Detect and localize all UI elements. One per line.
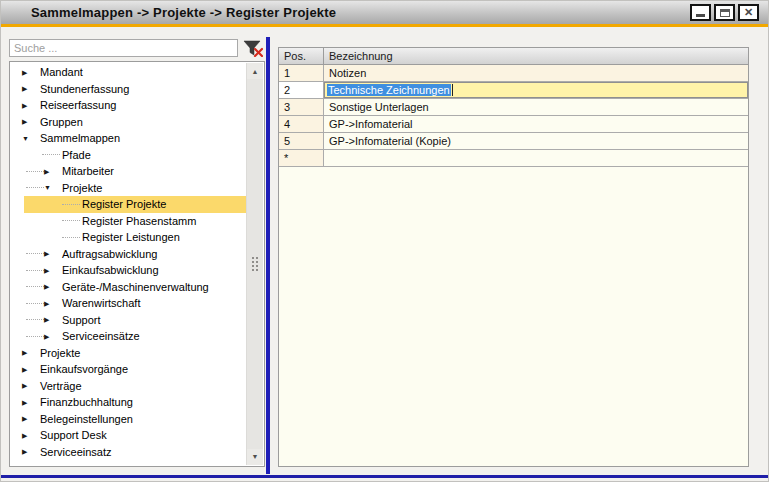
table-row[interactable]: 5GP->Infomaterial (Kopie) xyxy=(279,133,748,150)
tree-item-register-phasenstamm[interactable]: Register Phasenstamm xyxy=(10,213,247,230)
chevron-right-icon[interactable]: ▶ xyxy=(22,366,38,373)
panel-splitter[interactable] xyxy=(266,37,270,474)
tree-item-label: Reiseerfassung xyxy=(38,99,116,111)
chevron-right-icon[interactable]: ▶ xyxy=(22,382,38,389)
tree-item-belegeinstellungen[interactable]: ▶Belegeinstellungen xyxy=(10,411,247,428)
chevron-right-icon[interactable]: ▶ xyxy=(44,283,60,290)
tree-item-support[interactable]: ▶Support xyxy=(10,312,247,329)
chevron-right-icon[interactable]: ▶ xyxy=(44,168,60,175)
chevron-right-icon[interactable]: ▶ xyxy=(44,300,60,307)
chevron-right-icon[interactable]: ▶ xyxy=(22,69,38,76)
maximize-icon xyxy=(720,9,730,17)
tree-item-finanzbuchhaltung[interactable]: ▶Finanzbuchhaltung xyxy=(10,394,247,411)
cell-pos[interactable]: 3 xyxy=(279,99,324,115)
chevron-right-icon[interactable]: ▶ xyxy=(44,333,60,340)
table-row[interactable]: 2Technische Zeichnungen xyxy=(279,82,748,99)
tree-item-label: Finanzbuchhaltung xyxy=(38,396,133,408)
chevron-right-icon[interactable]: ▶ xyxy=(22,349,38,356)
table-row[interactable]: 1Notizen xyxy=(279,65,748,82)
funnel-filter-icon xyxy=(243,40,263,57)
chevron-right-icon[interactable]: ▶ xyxy=(44,250,60,257)
tree-item-label: Register Leistungen xyxy=(80,231,180,243)
clear-filter-button[interactable] xyxy=(243,40,263,57)
close-button[interactable]: ✕ xyxy=(738,4,759,21)
cell-bezeichnung[interactable]: Notizen xyxy=(324,65,748,81)
tree-item-reiseerfassung[interactable]: ▶Reiseerfassung xyxy=(10,97,247,114)
tree-connector xyxy=(62,237,80,238)
column-header-bezeichnung[interactable]: Bezeichnung xyxy=(324,48,748,64)
selected-text: Technische Zeichnungen xyxy=(327,84,451,96)
chevron-right-icon[interactable]: ▶ xyxy=(22,448,38,455)
chevron-right-icon[interactable]: ▶ xyxy=(22,399,38,406)
tree-item-label: Einkaufsvorgänge xyxy=(38,363,128,375)
tree-item-auftragsabwicklung[interactable]: ▶Auftragsabwicklung xyxy=(10,246,247,263)
table-row[interactable]: 3Sonstige Unterlagen xyxy=(279,99,748,116)
tree-connector xyxy=(26,187,44,188)
scrollbar-grip-icon xyxy=(251,256,259,272)
tree-item-register-leistungen[interactable]: Register Leistungen xyxy=(10,229,247,246)
cell-bezeichnung-edit[interactable]: Technische Zeichnungen xyxy=(324,82,748,98)
tree-item-label: Register Projekte xyxy=(80,198,166,210)
table-row[interactable]: * xyxy=(279,150,748,167)
chevron-right-icon[interactable]: ▶ xyxy=(22,118,38,125)
tree-item-gruppen[interactable]: ▶Gruppen xyxy=(10,114,247,131)
tree-item-stundenerfassung[interactable]: ▶Stundenerfassung xyxy=(10,81,247,98)
cell-pos[interactable]: 1 xyxy=(279,65,324,81)
minimize-button[interactable] xyxy=(690,4,711,21)
tree-item-projekte[interactable]: ▼Projekte xyxy=(10,180,247,197)
tree-item-label: Pfade xyxy=(60,149,91,161)
chevron-down-icon[interactable]: ▼ xyxy=(44,184,60,191)
chevron-right-icon[interactable]: ▶ xyxy=(22,102,38,109)
chevron-right-icon[interactable]: ▶ xyxy=(22,85,38,92)
scroll-down-button[interactable]: ▼ xyxy=(247,449,263,464)
cell-bezeichnung[interactable] xyxy=(324,150,748,166)
tree-item-projekte[interactable]: ▶Projekte xyxy=(10,345,247,362)
tree-item-label: Mitarbeiter xyxy=(60,165,114,177)
tree-scrollbar[interactable]: ▲ ▼ xyxy=(246,63,263,465)
cell-pos[interactable]: * xyxy=(279,150,324,166)
tree-item-einkaufsvorg-nge[interactable]: ▶Einkaufsvorgänge xyxy=(10,361,247,378)
maximize-button[interactable] xyxy=(714,4,735,21)
tree-item-label: Einkaufsabwicklung xyxy=(60,264,159,276)
tree-item-support-desk[interactable]: ▶Support Desk xyxy=(10,427,247,444)
tree-connector xyxy=(26,303,44,304)
tree-item-sammelmappen[interactable]: ▼Sammelmappen xyxy=(10,130,247,147)
chevron-right-icon[interactable]: ▶ xyxy=(22,432,38,439)
chevron-down-icon[interactable]: ▼ xyxy=(22,135,38,142)
tree-item-einkaufsabwicklung[interactable]: ▶Einkaufsabwicklung xyxy=(10,262,247,279)
tree-item-warenwirtschaft[interactable]: ▶Warenwirtschaft xyxy=(10,295,247,312)
app-window: Sammelmappen -> Projekte -> Register Pro… xyxy=(0,0,769,482)
cell-pos[interactable]: 2 xyxy=(279,82,324,98)
cell-pos[interactable]: 4 xyxy=(279,116,324,132)
chevron-right-icon[interactable]: ▶ xyxy=(44,316,60,323)
tree-item-mitarbeiter[interactable]: ▶Mitarbeiter xyxy=(10,163,247,180)
tree-item-label: Register Phasenstamm xyxy=(80,215,196,227)
chevron-right-icon[interactable]: ▶ xyxy=(22,415,38,422)
tree-item-label: Support Desk xyxy=(38,429,107,441)
tree-item-mandant[interactable]: ▶Mandant xyxy=(10,64,247,81)
tree-item-register-projekte[interactable]: Register Projekte xyxy=(10,196,247,213)
tree-item-vertr-ge[interactable]: ▶Verträge xyxy=(10,378,247,395)
table-header: Pos. Bezeichnung xyxy=(279,48,748,65)
tree-connector xyxy=(62,220,80,221)
column-header-pos[interactable]: Pos. xyxy=(279,48,324,64)
tree-connector xyxy=(26,286,44,287)
arrow-up-icon: ▲ xyxy=(252,68,259,75)
table-row[interactable]: 4GP->Infomaterial xyxy=(279,116,748,133)
tree-connector xyxy=(26,336,44,337)
tree-connector xyxy=(26,319,44,320)
scrollbar-thumb[interactable] xyxy=(247,79,263,449)
tree-connector xyxy=(62,204,80,205)
chevron-right-icon[interactable]: ▶ xyxy=(44,267,60,274)
tree-item-pfade[interactable]: Pfade xyxy=(10,147,247,164)
cell-bezeichnung[interactable]: Sonstige Unterlagen xyxy=(324,99,748,115)
tree-item-label: Verträge xyxy=(38,380,82,392)
cell-pos[interactable]: 5 xyxy=(279,133,324,149)
tree-item-serviceeinsatz[interactable]: ▶Serviceeinsatz xyxy=(10,444,247,461)
scroll-up-button[interactable]: ▲ xyxy=(247,64,263,79)
search-input[interactable] xyxy=(9,39,238,57)
cell-bezeichnung[interactable]: GP->Infomaterial (Kopie) xyxy=(324,133,748,149)
cell-bezeichnung[interactable]: GP->Infomaterial xyxy=(324,116,748,132)
tree-item-serviceeins-tze[interactable]: ▶Serviceeinsätze xyxy=(10,328,247,345)
tree-item-ger-te-maschinenverwaltung[interactable]: ▶Geräte-/Maschinenverwaltung xyxy=(10,279,247,296)
